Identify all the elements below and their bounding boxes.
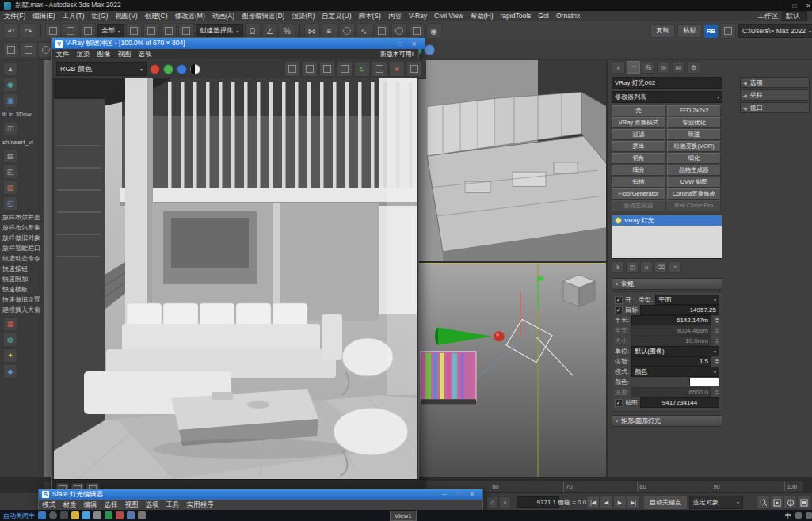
named-selection-sets-dropdown[interactable]: 创建选择集▾ bbox=[196, 24, 243, 38]
project-path-dropdown[interactable]: C:\Users\~ Max 2022▾ bbox=[738, 24, 812, 38]
align-icon[interactable]: ≡ bbox=[322, 23, 337, 39]
spinner-control[interactable] bbox=[714, 357, 719, 366]
previous-frame-button[interactable]: ◀ bbox=[600, 496, 613, 509]
modifier-stack[interactable]: VRay 灯光 bbox=[612, 215, 722, 259]
light-color-swatch[interactable] bbox=[689, 378, 719, 386]
spinner-control[interactable] bbox=[714, 326, 719, 335]
menu-item[interactable]: 视图(V) bbox=[112, 11, 141, 21]
tool-icon[interactable] bbox=[3, 42, 19, 58]
vfb-titlebar[interactable]: V V-Ray 帧缓冲区 - [100.0% of 670 × 804] ─ □… bbox=[52, 38, 425, 49]
mode-dropdown[interactable]: 颜色▾ bbox=[631, 367, 719, 377]
green-channel-icon[interactable] bbox=[163, 64, 173, 74]
script-icon[interactable]: ◆ bbox=[3, 364, 17, 378]
menu-item[interactable]: V-Ray bbox=[405, 11, 430, 21]
menu-item[interactable]: 渲染(R) bbox=[288, 11, 318, 21]
modifier-button[interactable]: FloorGenerator bbox=[612, 188, 665, 200]
slate-minimize-button[interactable]: ─ bbox=[442, 491, 447, 498]
object-name-field[interactable]: VRay 灯光002 bbox=[612, 77, 722, 89]
modifier-button[interactable]: 挤出 bbox=[612, 141, 665, 152]
menu-item[interactable]: 内容 bbox=[384, 11, 405, 21]
multiplier-field[interactable]: 1.5 bbox=[631, 356, 711, 367]
utilities-tab-icon[interactable]: ⚙ bbox=[687, 61, 700, 74]
window-crossing-icon[interactable] bbox=[178, 23, 194, 39]
modifier-button[interactable]: 过滤 bbox=[612, 129, 665, 140]
modifier-button[interactable]: 专业优化 bbox=[667, 117, 721, 128]
slate-menu-item[interactable]: 实用程序 bbox=[183, 500, 217, 510]
modifier-button[interactable]: 细化 bbox=[667, 153, 721, 164]
collapsed-rollout[interactable]: ◀采样 bbox=[740, 89, 810, 101]
next-frame-button[interactable]: ▶| bbox=[627, 496, 640, 509]
red-channel-icon[interactable] bbox=[150, 64, 160, 74]
slate-titlebar[interactable]: S Slate 灯光编辑器 ─ □ ✕ bbox=[39, 489, 482, 500]
motion-tab-icon[interactable]: ◎ bbox=[657, 61, 670, 74]
script-icon[interactable]: ▦ bbox=[3, 317, 17, 331]
tray-icon[interactable] bbox=[806, 512, 812, 519]
rollout-general-header[interactable]: ▾常规 bbox=[612, 278, 722, 290]
plugin-copy-button[interactable]: 复制 bbox=[650, 24, 675, 38]
modifier-button[interactable]: Corona置换修改 bbox=[667, 188, 721, 200]
app-icon[interactable] bbox=[127, 511, 135, 519]
slate-maximize-button[interactable]: □ bbox=[456, 491, 459, 498]
size-field[interactable]: 10.0mm bbox=[631, 336, 711, 346]
auto-key-button[interactable]: 自动关键点 bbox=[643, 495, 688, 510]
selection-lock-icon[interactable]: ⬦ bbox=[486, 496, 498, 508]
slate-menu-item[interactable]: 编辑 bbox=[80, 500, 101, 510]
app-icon[interactable] bbox=[116, 511, 124, 519]
schematic-view-icon[interactable] bbox=[374, 23, 390, 39]
vfb-close-button[interactable]: ✕ bbox=[411, 40, 417, 48]
script-button-label[interactable]: 放样布尔并差 bbox=[2, 212, 40, 222]
play-button[interactable]: ▶ bbox=[613, 496, 627, 509]
menu-item[interactable]: 动画(A) bbox=[208, 11, 238, 21]
menu-item[interactable]: 编辑(E) bbox=[29, 11, 59, 21]
hierarchy-tab-icon[interactable]: 品 bbox=[642, 61, 655, 74]
vfb-maximize-button[interactable]: □ bbox=[398, 40, 402, 48]
rectangular-selection-icon[interactable] bbox=[161, 23, 177, 39]
script-button-label[interactable]: 放样布尔差集 bbox=[2, 222, 40, 233]
script-button-label[interactable]: 快速按钮 bbox=[2, 264, 40, 274]
modifier-button[interactable]: Rail Clone Pro bbox=[667, 200, 721, 211]
tool-icon[interactable] bbox=[21, 42, 36, 58]
app-icon[interactable] bbox=[138, 511, 146, 519]
slate-menu-item[interactable]: 视图 bbox=[121, 500, 142, 510]
script-button-label[interactable]: 建模插入大窗 bbox=[2, 305, 40, 315]
half-length-field[interactable]: 6142.147m bbox=[631, 315, 711, 325]
spinner-control[interactable] bbox=[714, 316, 719, 325]
menu-item[interactable]: 工具(T) bbox=[59, 11, 88, 21]
light-type-dropdown[interactable]: 平面▾ bbox=[655, 295, 719, 305]
modifier-button[interactable]: FFD 2x2x2 bbox=[667, 105, 721, 116]
script-button-label[interactable]: 快速楼板 bbox=[2, 284, 40, 295]
render-production-icon[interactable]: ◉ bbox=[426, 23, 442, 39]
ornatrix-tool-icon[interactable] bbox=[424, 44, 435, 55]
menu-item[interactable]: Ornatrix bbox=[552, 11, 583, 21]
units-dropdown[interactable]: 默认(图像)▾ bbox=[631, 346, 719, 356]
script-button-label[interactable]: 快速附加 bbox=[2, 274, 40, 284]
slate-menu-item[interactable]: 模式 bbox=[39, 500, 59, 510]
temperature-field[interactable]: 6500.0 bbox=[631, 387, 711, 397]
script-icon[interactable]: ▥ bbox=[3, 181, 17, 195]
save-image-icon[interactable] bbox=[284, 61, 300, 77]
stack-item-selected[interactable]: VRay 灯光 bbox=[612, 215, 722, 226]
blue-script-icon[interactable]: ▣ bbox=[3, 93, 17, 108]
menu-item[interactable]: 文件(F) bbox=[0, 11, 29, 21]
mirror-icon[interactable]: ⋈ bbox=[304, 23, 320, 39]
script-icon[interactable]: ◫ bbox=[3, 121, 17, 135]
vfb-menu-item[interactable]: 选项 bbox=[135, 49, 155, 59]
stamp-icon[interactable] bbox=[406, 61, 422, 77]
refresh-render-icon[interactable]: ↻ bbox=[354, 61, 370, 77]
absolute-mode-icon[interactable]: ⌖ bbox=[499, 496, 511, 508]
selected-object-dropdown[interactable]: 选定对象▾ bbox=[689, 496, 743, 509]
vfb-minimize-button[interactable]: ─ bbox=[384, 40, 389, 48]
slate-menu-item[interactable]: 工具 bbox=[162, 500, 183, 510]
slate-menu-item[interactable]: 选项 bbox=[142, 500, 162, 510]
redo-icon[interactable]: ↷ bbox=[21, 23, 36, 39]
file-explorer-icon[interactable] bbox=[71, 511, 79, 519]
select-cursor-icon[interactable]: ▲ bbox=[3, 62, 17, 76]
maximize-button[interactable]: □ bbox=[792, 2, 796, 10]
half-width-field[interactable]: 9004.469m bbox=[631, 325, 711, 336]
load-image-icon[interactable] bbox=[302, 61, 318, 77]
script-button-label[interactable]: 快速做旧设置 bbox=[2, 295, 40, 305]
script-button-label[interactable]: 炫迹动态命令 bbox=[2, 253, 40, 264]
script-icon[interactable]: ◰ bbox=[3, 165, 17, 179]
search-icon[interactable] bbox=[49, 511, 57, 519]
script-icon[interactable]: ◱ bbox=[3, 196, 17, 211]
